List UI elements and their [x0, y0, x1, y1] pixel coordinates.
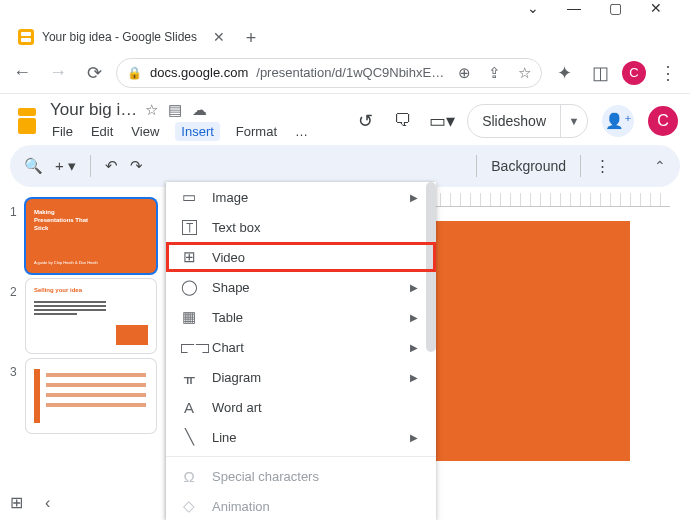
collapse-toolbar-icon[interactable]: ⌃ [654, 158, 666, 174]
menu-item-icon: Ω [180, 468, 198, 485]
redo-button[interactable]: ↷ [130, 157, 143, 175]
menu-item-icon: ⊞ [180, 248, 198, 266]
chrome-menu-icon[interactable]: ⋮ [654, 59, 682, 87]
move-doc-icon[interactable]: ▤ [168, 101, 182, 119]
grid-view-button[interactable]: ⊞ [10, 493, 23, 512]
thumb-number: 2 [10, 279, 20, 299]
url-path: /presentation/d/1wQC9NbihxEo… [256, 65, 445, 80]
insert-menu-line[interactable]: ╲Line▶ [166, 422, 436, 452]
undo-button[interactable]: ↶ [105, 157, 118, 175]
slide-thumbnail-1[interactable]: MakingPresentations ThatStick A guide by… [26, 199, 156, 273]
insert-menu-text-box[interactable]: 🅃Text box [166, 212, 436, 242]
slide-thumbnail-2[interactable]: Selling your idea [26, 279, 156, 353]
menu-item-icon: A [180, 399, 198, 416]
account-avatar[interactable]: C [648, 106, 678, 136]
cloud-status-icon[interactable]: ☁ [192, 101, 207, 119]
menu-item-icon: ⫍⫎ [180, 339, 198, 356]
sidepanel-icon[interactable]: ◫ [586, 59, 614, 87]
star-doc-icon[interactable]: ☆ [145, 101, 158, 119]
close-window-icon[interactable]: ✕ [650, 0, 662, 16]
menu-item-icon: 🅃 [180, 219, 198, 236]
new-slide-button[interactable]: + ▾ [55, 157, 76, 175]
insert-menu-special-characters: ΩSpecial characters [166, 461, 436, 491]
thumb-number: 3 [10, 359, 20, 379]
background-button[interactable]: Background [491, 158, 566, 174]
browser-tab[interactable]: Your big idea - Google Slides ✕ [8, 22, 237, 52]
thumb-number: 1 [10, 199, 20, 219]
address-bar[interactable]: 🔒 docs.google.com/presentation/d/1wQC9Nb… [116, 58, 542, 88]
slide-thumbnail-3[interactable] [26, 359, 156, 433]
menu-item-icon: ◯ [180, 278, 198, 296]
slideshow-dropdown[interactable]: ▼ [561, 115, 587, 127]
close-tab-icon[interactable]: ✕ [213, 29, 225, 45]
menu-view[interactable]: View [129, 122, 161, 141]
star-icon[interactable]: ☆ [513, 64, 535, 82]
menu-item-icon: ◇ [180, 497, 198, 515]
toolbar: 🔍 + ▾ ↶ ↷ Background ⋮ ⌃ [10, 145, 680, 187]
more-toolbar-icon[interactable]: ⋮ [595, 157, 610, 175]
reload-button[interactable]: ⟳ [80, 59, 108, 87]
slides-app-icon[interactable] [12, 106, 42, 136]
prev-slide-button[interactable]: ‹ [45, 494, 50, 512]
new-tab-button[interactable]: + [237, 24, 265, 52]
tab-title: Your big idea - Google Slides [42, 30, 197, 44]
document-name[interactable]: Your big i… [50, 100, 137, 120]
submenu-arrow-icon: ▶ [410, 282, 418, 293]
extensions-icon[interactable]: ✦ [550, 59, 578, 87]
submenu-arrow-icon: ▶ [410, 312, 418, 323]
insert-menu-table[interactable]: ▦Table▶ [166, 302, 436, 332]
back-button[interactable]: ← [8, 59, 36, 87]
slideshow-button[interactable]: Slideshow ▼ [467, 104, 588, 138]
history-icon[interactable]: ↺ [353, 110, 377, 132]
zoom-icon[interactable]: ⊕ [453, 64, 475, 82]
insert-menu-shape[interactable]: ◯Shape▶ [166, 272, 436, 302]
lock-icon: 🔒 [127, 66, 142, 80]
submenu-arrow-icon: ▶ [410, 342, 418, 353]
submenu-arrow-icon: ▶ [410, 192, 418, 203]
menu-item-icon: ╲ [180, 428, 198, 446]
slides-favicon-icon [18, 29, 34, 45]
submenu-arrow-icon: ▶ [410, 432, 418, 443]
menu-edit[interactable]: Edit [89, 122, 115, 141]
chevron-down-icon[interactable]: ⌄ [527, 0, 539, 16]
insert-menu-diagram[interactable]: ᚂDiagram▶ [166, 362, 436, 392]
menu-more[interactable]: … [293, 122, 310, 141]
menu-insert[interactable]: Insert [175, 122, 220, 141]
share-url-icon[interactable]: ⇪ [483, 64, 505, 82]
share-button[interactable]: 👤⁺ [602, 105, 634, 137]
menu-file[interactable]: File [50, 122, 75, 141]
insert-menu-chart[interactable]: ⫍⫎Chart▶ [166, 332, 436, 362]
forward-button[interactable]: → [44, 59, 72, 87]
insert-menu-image[interactable]: ▭Image▶ [166, 182, 436, 212]
maximize-icon[interactable]: ▢ [609, 0, 622, 16]
minimize-icon[interactable]: — [567, 0, 581, 16]
insert-menu-word-art[interactable]: AWord art [166, 392, 436, 422]
search-menus-button[interactable]: 🔍 [24, 157, 43, 175]
profile-avatar[interactable]: C [622, 61, 646, 85]
present-camera-icon[interactable]: ▭▾ [429, 110, 453, 132]
slide-filmstrip: 1 MakingPresentations ThatStick A guide … [0, 193, 170, 483]
insert-menu-dropdown: ▭Image▶🅃Text box⊞Video◯Shape▶▦Table▶⫍⫎Ch… [166, 182, 436, 520]
insert-menu-video[interactable]: ⊞Video [166, 242, 436, 272]
url-host: docs.google.com [150, 65, 248, 80]
menu-item-icon: ▦ [180, 308, 198, 326]
menu-item-icon: ▭ [180, 188, 198, 206]
menu-format[interactable]: Format [234, 122, 279, 141]
submenu-arrow-icon: ▶ [410, 372, 418, 383]
comments-icon[interactable]: 🗨 [391, 110, 415, 131]
menu-item-icon: ᚂ [180, 368, 198, 386]
insert-menu-animation: ◇Animation [166, 491, 436, 520]
